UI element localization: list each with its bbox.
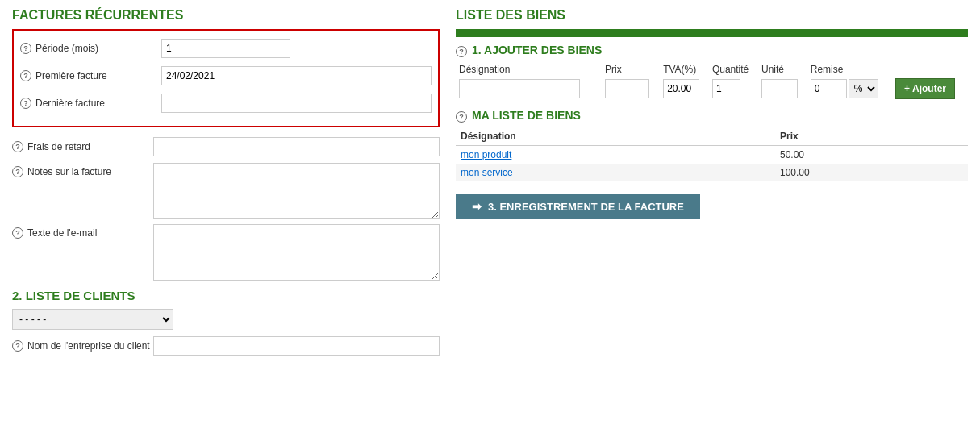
periode-info-icon[interactable]: ? <box>20 43 31 54</box>
periode-row: ? Période (mois) <box>20 37 432 60</box>
col-prix: Prix <box>602 62 660 77</box>
frais-info-icon[interactable]: ? <box>12 141 23 152</box>
add-items-table: Désignation Prix TVA(%) Quantité Unité R… <box>456 62 968 101</box>
notes-textarea[interactable] <box>153 163 440 219</box>
col-action <box>892 62 968 77</box>
liste-biens-title: LISTE DES BIENS <box>456 8 968 23</box>
notes-label: ? Notes sur la facture <box>12 163 153 177</box>
ma-liste-info-icon[interactable]: ? <box>456 111 467 123</box>
biens-prix-cell: 50.00 <box>775 146 968 164</box>
right-column: LISTE DES BIENS ?1. AJOUTER DES BIENS Dé… <box>456 8 968 362</box>
factures-recurrentes-title: FACTURES RÉCURRENTES <box>12 8 440 23</box>
add-tva-input[interactable] <box>663 79 699 98</box>
premiere-info-icon[interactable]: ? <box>20 70 31 81</box>
ajouter-button[interactable]: + Ajouter <box>895 78 955 99</box>
remise-unit-select[interactable]: % € <box>849 79 878 98</box>
frais-label: ? Frais de retard <box>12 141 153 152</box>
biens-designation-cell: mon produit <box>456 146 775 164</box>
frais-input[interactable] <box>153 137 440 156</box>
frais-retard-row: ? Frais de retard <box>12 135 440 158</box>
col-tva: TVA(%) <box>660 62 709 77</box>
add-remise-input[interactable] <box>811 79 847 98</box>
nom-entreprise-row: ? Nom de l'entreprise du client <box>12 335 440 357</box>
derniere-label: ? Dernière facture <box>20 98 161 109</box>
col-designation: Désignation <box>456 62 602 77</box>
periode-label: ? Période (mois) <box>20 43 161 54</box>
biens-designation-link[interactable]: mon service <box>461 167 513 178</box>
biens-table: Désignation Prix mon produit50.00mon ser… <box>456 127 968 181</box>
email-info-icon[interactable]: ? <box>12 227 23 239</box>
premiere-input[interactable] <box>161 66 432 85</box>
ajouter-biens-info-icon[interactable]: ? <box>456 46 467 57</box>
ma-liste-biens-title: ?MA LISTE DE BIENS <box>456 109 968 123</box>
email-row: ? Texte de l'e-mail <box>12 224 440 281</box>
col-quantite: Quantité <box>709 62 758 77</box>
email-textarea[interactable] <box>153 224 440 281</box>
enregistrement-button[interactable]: ➡ 3. ENREGISTREMENT DE LA FACTURE <box>456 194 700 219</box>
clients-dropdown[interactable]: - - - - - <box>12 309 173 330</box>
recurring-fields-box: ? Période (mois) ? Première facture ? De… <box>12 29 440 127</box>
add-designation-input[interactable] <box>459 79 580 98</box>
liste-biens-bar <box>456 29 968 37</box>
arrow-icon: ➡ <box>472 200 482 213</box>
email-label-container: ? Texte de l'e-mail <box>12 224 153 239</box>
left-column: FACTURES RÉCURRENTES ? Période (mois) ? … <box>12 8 440 362</box>
biens-col-designation: Désignation <box>456 127 775 146</box>
notes-row: ? Notes sur la facture <box>12 163 440 219</box>
nom-entreprise-label: ? Nom de l'entreprise du client <box>12 340 153 352</box>
enregistrement-label: 3. ENREGISTREMENT DE LA FACTURE <box>488 201 684 213</box>
derniere-facture-row: ? Dernière facture <box>20 92 432 114</box>
add-unite-input[interactable] <box>761 79 798 98</box>
ajouter-biens-title: ?1. AJOUTER DES BIENS <box>456 44 968 57</box>
biens-col-prix: Prix <box>775 127 968 146</box>
table-row: mon service100.00 <box>456 164 968 181</box>
derniere-input[interactable] <box>161 94 432 113</box>
premiere-label: ? Première facture <box>20 70 161 81</box>
notes-info-icon[interactable]: ? <box>12 166 23 177</box>
col-remise: Remise <box>807 62 892 77</box>
nom-entreprise-input[interactable] <box>153 336 440 356</box>
liste-clients-title: 2. LISTE DE CLIENTS <box>12 289 440 302</box>
nom-entreprise-info-icon[interactable]: ? <box>12 340 23 352</box>
biens-prix-cell: 100.00 <box>775 164 968 181</box>
biens-designation-link[interactable]: mon produit <box>461 149 511 160</box>
col-unite: Unité <box>758 62 807 77</box>
derniere-info-icon[interactable]: ? <box>20 98 31 109</box>
remise-container: % € <box>811 79 889 98</box>
table-row: mon produit50.00 <box>456 146 968 164</box>
biens-designation-cell: mon service <box>456 164 775 181</box>
premiere-facture-row: ? Première facture <box>20 65 432 87</box>
add-prix-input[interactable] <box>605 79 649 98</box>
periode-input[interactable] <box>161 39 290 58</box>
clients-select-row: - - - - - <box>12 309 440 330</box>
add-qty-input[interactable] <box>712 79 740 98</box>
